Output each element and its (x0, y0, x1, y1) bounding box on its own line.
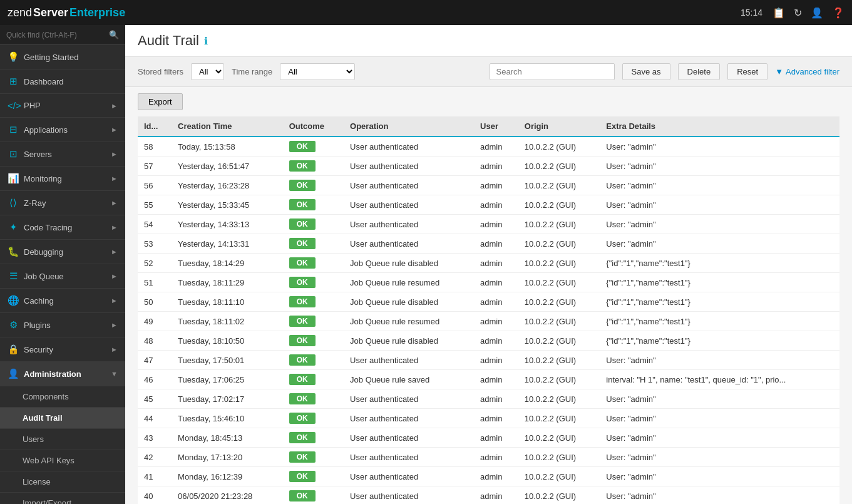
table-row[interactable]: 51 Tuesday, 18:11:29 OK Job Queue rule r… (138, 273, 839, 292)
save-as-button[interactable]: Save as (622, 63, 670, 80)
cell-extra-details: User: "admin" (600, 215, 839, 234)
sidebar-item-label: Plugins (24, 321, 106, 330)
sidebar-item-label: Applications (24, 125, 106, 135)
advanced-filter-button[interactable]: ▼ Advanced filter (775, 67, 839, 76)
cell-origin: 10.0.2.2 (GUI) (518, 486, 600, 505)
table-row[interactable]: 50 Tuesday, 18:11:10 OK Job Queue rule d… (138, 292, 839, 312)
export-button[interactable]: Export (138, 93, 183, 110)
sidebar-item-debugging[interactable]: 🐛 Debugging ► (0, 240, 125, 264)
table-row[interactable]: 56 Yesterday, 16:23:28 OK User authentic… (138, 176, 839, 195)
cell-outcome: OK (283, 467, 344, 486)
cell-outcome: OK (283, 273, 344, 292)
sidebar-item-z-ray[interactable]: ⟨⟩ Z-Ray ► (0, 191, 125, 215)
cell-operation: Job Queue rule resumed (344, 312, 474, 331)
cell-extra-details: {"id":"1","name":"test1"} (600, 312, 839, 331)
sidebar-item-caching[interactable]: 🌐 Caching ► (0, 289, 125, 313)
sidebar-item-label: Servers (24, 150, 106, 159)
cell-extra-details: User: "admin" (600, 409, 839, 428)
sidebar-subitem-import-export[interactable]: Import/Export (0, 493, 125, 504)
cell-outcome: OK (283, 428, 344, 448)
delete-button[interactable]: Delete (678, 63, 721, 80)
sidebar-subitem-label: Audit Trail (23, 413, 63, 423)
sidebar-item-getting-started[interactable]: 💡 Getting Started (0, 45, 125, 69)
cell-id: 42 (138, 448, 172, 467)
sidebar-subitem-users[interactable]: Users (0, 429, 125, 450)
clipboard-icon[interactable]: 📋 (772, 7, 785, 19)
cell-user: admin (474, 467, 518, 486)
table-row[interactable]: 52 Tuesday, 18:14:29 OK Job Queue rule d… (138, 254, 839, 273)
sidebar-item-job-queue[interactable]: ☰ Job Queue ► (0, 264, 125, 289)
sidebar-subitem-label: Components (23, 392, 69, 401)
table-row[interactable]: 58 Today, 15:13:58 OK User authenticated… (138, 136, 839, 157)
table-row[interactable]: 46 Tuesday, 17:06:25 OK Job Queue rule s… (138, 370, 839, 389)
sidebar-item-applications[interactable]: ⊟ Applications ► (0, 118, 125, 142)
sidebar-subitem-audit-trail[interactable]: Audit Trail (0, 408, 125, 429)
sidebar-item-plugins[interactable]: ⚙ Plugins ► (0, 313, 125, 337)
content-area: Audit Trail ℹ Stored filters All Time ra… (125, 25, 852, 504)
z-ray-icon: ⟨⟩ (8, 197, 19, 208)
sidebar-item-servers[interactable]: ⊡ Servers ► (0, 142, 125, 167)
help-icon[interactable]: ❓ (832, 7, 844, 19)
table-row[interactable]: 44 Tuesday, 15:46:10 OK User authenticat… (138, 409, 839, 428)
table-row[interactable]: 42 Monday, 17:13:20 OK User authenticate… (138, 448, 839, 467)
sidebar-item-php[interactable]: </> PHP ► (0, 94, 125, 118)
reset-button[interactable]: Reset (727, 63, 767, 80)
col-id[interactable]: Id... (138, 116, 172, 136)
cell-origin: 10.0.2.2 (GUI) (518, 292, 600, 312)
sidebar-item-monitoring[interactable]: 📊 Monitoring ► (0, 167, 125, 191)
sidebar-subitem-web-api-keys[interactable]: Web API Keys (0, 450, 125, 471)
logo-server: Server (33, 6, 68, 19)
table-row[interactable]: 40 06/05/2020 21:23:28 OK User authentic… (138, 486, 839, 505)
col-extra-details[interactable]: Extra Details (600, 116, 839, 136)
cell-outcome: OK (283, 351, 344, 370)
stored-filters-select[interactable]: All (191, 63, 224, 80)
user-icon[interactable]: 👤 (811, 7, 823, 19)
table-row[interactable]: 41 Monday, 16:12:39 OK User authenticate… (138, 467, 839, 486)
cell-extra-details: User: "admin" (600, 486, 839, 505)
chevron-right-icon: ► (111, 248, 118, 255)
cell-user: admin (474, 370, 518, 389)
cell-operation: User authenticated (344, 157, 474, 176)
col-creation-time[interactable]: Creation Time (172, 116, 283, 136)
table-row[interactable]: 55 Yesterday, 15:33:45 OK User authentic… (138, 195, 839, 215)
cell-id: 44 (138, 409, 172, 428)
col-user[interactable]: User (474, 116, 518, 136)
sidebar-subitem-components[interactable]: Components (0, 386, 125, 408)
sidebar-item-label: PHP (24, 101, 106, 110)
job-queue-icon: ☰ (8, 270, 19, 282)
info-icon[interactable]: ℹ (204, 35, 208, 47)
cell-creation-time: 06/05/2020 21:23:28 (172, 486, 283, 505)
table-row[interactable]: 47 Tuesday, 17:50:01 OK User authenticat… (138, 351, 839, 370)
sidebar-item-administration[interactable]: 👤 Administration ▼ (0, 362, 125, 386)
cell-origin: 10.0.2.2 (GUI) (518, 331, 600, 351)
table-row[interactable]: 43 Monday, 18:45:13 OK User authenticate… (138, 428, 839, 448)
time-range-select[interactable]: All (280, 63, 355, 80)
cell-origin: 10.0.2.2 (GUI) (518, 428, 600, 448)
stored-filters-label: Stored filters (138, 67, 183, 76)
export-bar: Export (125, 87, 852, 116)
chevron-right-icon: ► (111, 346, 118, 353)
col-operation[interactable]: Operation (344, 116, 474, 136)
table-row[interactable]: 45 Tuesday, 17:02:17 OK User authenticat… (138, 389, 839, 409)
table-row[interactable]: 53 Yesterday, 14:13:31 OK User authentic… (138, 234, 839, 254)
col-origin[interactable]: Origin (518, 116, 600, 136)
col-outcome[interactable]: Outcome (283, 116, 344, 136)
cell-operation: User authenticated (344, 409, 474, 428)
table-row[interactable]: 49 Tuesday, 18:11:02 OK Job Queue rule r… (138, 312, 839, 331)
cell-extra-details: User: "admin" (600, 157, 839, 176)
search-input[interactable] (6, 31, 109, 39)
refresh-icon[interactable]: ↻ (794, 7, 802, 19)
sidebar-item-dashboard[interactable]: ⊞ Dashboard (0, 69, 125, 94)
cell-id: 57 (138, 157, 172, 176)
sidebar-item-code-tracing[interactable]: ✦ Code Tracing ► (0, 215, 125, 240)
table-row[interactable]: 57 Yesterday, 16:51:47 OK User authentic… (138, 157, 839, 176)
table-row[interactable]: 48 Tuesday, 18:10:50 OK Job Queue rule d… (138, 331, 839, 351)
cell-creation-time: Tuesday, 18:11:02 (172, 312, 283, 331)
cell-origin: 10.0.2.2 (GUI) (518, 370, 600, 389)
table-row[interactable]: 54 Yesterday, 14:33:13 OK User authentic… (138, 215, 839, 234)
search-icon: 🔍 (109, 30, 119, 39)
search-input[interactable] (490, 63, 615, 80)
sidebar-subitem-license[interactable]: License (0, 471, 125, 493)
sidebar-item-security[interactable]: 🔒 Security ► (0, 337, 125, 362)
topbar: zendServerEnterprise 15:14 📋 ↻ 👤 ❓ (0, 0, 852, 25)
